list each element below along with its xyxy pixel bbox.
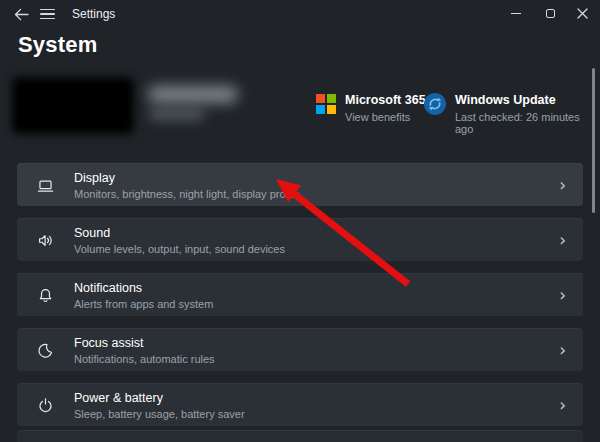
minimize-icon xyxy=(511,13,521,14)
view-benefits-link[interactable]: View benefits xyxy=(345,111,426,123)
chevron-right-icon: › xyxy=(559,177,583,194)
chevron-right-icon: › xyxy=(559,287,583,304)
close-icon xyxy=(577,8,588,19)
chevron-right-icon: › xyxy=(559,232,583,249)
settings-item-title: Display xyxy=(74,171,559,186)
settings-item-focus-assist[interactable]: Focus assist Notifications, automatic ru… xyxy=(17,328,583,371)
maximize-button[interactable] xyxy=(534,0,566,27)
microsoft-365-card[interactable]: Microsoft 365 View benefits xyxy=(316,93,426,123)
settings-window: Settings System Microsoft 365 View benef… xyxy=(0,0,600,442)
settings-item-title: Notifications xyxy=(74,281,559,296)
titlebar: Settings xyxy=(0,0,600,28)
account-name-redacted xyxy=(148,86,238,103)
windows-update-card[interactable]: Windows Update Last checked: 26 minutes … xyxy=(424,93,600,135)
hamburger-icon xyxy=(40,9,55,20)
microsoft-365-title: Microsoft 365 xyxy=(345,93,426,108)
account-detail-redacted xyxy=(149,109,205,120)
settings-item-subtitle: Monitors, brightness, night light, displ… xyxy=(74,188,559,200)
windows-update-status: Last checked: 26 minutes ago xyxy=(455,111,600,135)
settings-item-title: Sound xyxy=(74,226,559,241)
settings-item-subtitle: Volume levels, output, input, sound devi… xyxy=(74,243,559,255)
back-button[interactable] xyxy=(8,2,34,26)
settings-item-subtitle: Sleep, battery usage, battery saver xyxy=(74,408,559,420)
settings-item-title: Focus assist xyxy=(74,336,559,351)
window-title: Settings xyxy=(72,0,115,28)
minimize-button[interactable] xyxy=(500,0,532,27)
microsoft-logo-icon xyxy=(316,94,336,114)
settings-item-title: Power & battery xyxy=(74,391,559,406)
settings-item-subtitle: Alerts from apps and system xyxy=(74,298,559,310)
settings-item-display[interactable]: Display Monitors, brightness, night ligh… xyxy=(17,163,583,206)
settings-item-power-battery[interactable]: Power & battery Sleep, battery usage, ba… xyxy=(17,383,583,426)
back-arrow-icon xyxy=(14,8,29,21)
power-icon xyxy=(36,396,55,415)
display-icon xyxy=(36,176,55,195)
sound-icon xyxy=(36,231,55,250)
chevron-right-icon: › xyxy=(559,342,583,359)
avatar xyxy=(12,77,134,134)
settings-item-subtitle: Notifications, automatic rules xyxy=(74,353,559,365)
settings-item-partial[interactable] xyxy=(17,430,583,442)
windows-update-title: Windows Update xyxy=(455,93,600,108)
windows-update-sync-icon xyxy=(424,93,446,115)
hamburger-menu-button[interactable] xyxy=(34,2,60,26)
close-button[interactable] xyxy=(566,0,598,27)
chevron-right-icon: › xyxy=(559,397,583,414)
settings-item-sound[interactable]: Sound Volume levels, output, input, soun… xyxy=(17,218,583,261)
settings-item-notifications[interactable]: Notifications Alerts from apps and syste… xyxy=(17,273,583,316)
scrollbar-thumb[interactable] xyxy=(592,68,595,213)
notifications-icon xyxy=(36,286,55,305)
maximize-icon xyxy=(546,9,555,18)
focus-assist-icon xyxy=(36,341,55,360)
page-title: System xyxy=(18,32,97,58)
